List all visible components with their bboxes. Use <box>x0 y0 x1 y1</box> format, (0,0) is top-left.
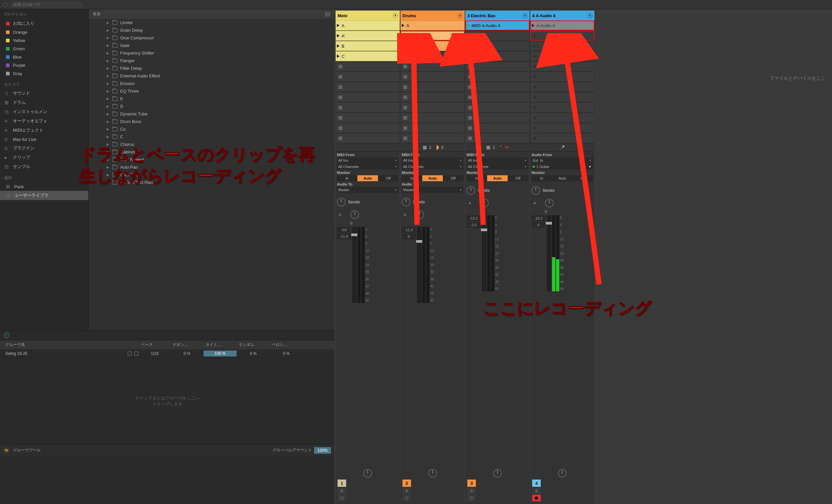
pan-knob[interactable] <box>363 469 372 478</box>
clip-slot[interactable] <box>336 133 400 143</box>
monitor-in[interactable]: In <box>467 175 487 181</box>
clip-slot[interactable] <box>465 123 529 133</box>
info-icon[interactable]: i <box>4 333 9 338</box>
io-channel-select[interactable]: 1 Guitar▼ <box>531 164 593 170</box>
clip-slot[interactable] <box>530 51 594 61</box>
tree-item[interactable]: ▶Erosion <box>89 80 334 87</box>
io-output-select[interactable]: Master▼ <box>402 187 463 193</box>
clip-slot[interactable] <box>465 113 529 123</box>
global-amount-value[interactable]: 100% <box>314 447 331 454</box>
clip-slot[interactable] <box>336 82 400 92</box>
groove-drop-area[interactable]: クリップまたはグルーヴをここへ ドロップします <box>0 358 334 444</box>
track-activator[interactable]: 2 <box>402 479 411 487</box>
category-item[interactable]: ⊡サンプル <box>0 162 88 171</box>
clip-slot[interactable] <box>465 31 529 41</box>
io-channel-select[interactable]: All Channels▼ <box>337 164 398 170</box>
track-activator[interactable]: 4 <box>532 479 541 487</box>
monitor-in[interactable]: In <box>531 175 552 181</box>
clip-slot[interactable] <box>336 92 400 102</box>
clip-slot[interactable] <box>530 123 594 133</box>
clip-slot[interactable] <box>530 61 594 72</box>
clip-slot[interactable] <box>465 41 529 51</box>
collection-item[interactable]: Green <box>0 45 88 53</box>
peak-level[interactable]: -11.3 <box>402 227 416 233</box>
play-icon[interactable] <box>337 24 340 27</box>
io-input-select[interactable]: Ext. In▼ <box>531 158 593 163</box>
play-icon[interactable] <box>337 55 340 58</box>
clip-slot[interactable] <box>400 103 465 112</box>
clip-slot[interactable] <box>400 82 465 92</box>
tree-item[interactable]: ▶Co <box>89 125 334 133</box>
volume-fader[interactable] <box>547 215 551 291</box>
pan-knob[interactable] <box>558 469 567 478</box>
pan-knob[interactable] <box>428 469 437 478</box>
solo-button[interactable]: S <box>338 487 346 494</box>
clip-slot[interactable] <box>465 82 529 92</box>
tree-item[interactable]: ▶Drum Buss <box>89 118 334 125</box>
send-b-knob[interactable] <box>415 210 424 219</box>
tree-item[interactable]: ▶Limiter <box>89 19 334 26</box>
tree-item[interactable]: ▶External Audio Effect <box>89 72 334 80</box>
lock-icon[interactable] <box>128 352 132 356</box>
monitor-off[interactable]: Off <box>378 175 398 181</box>
clip[interactable]: A <box>400 31 465 41</box>
category-item[interactable]: ⊞ドラム <box>0 98 88 107</box>
tree-item[interactable]: ▶Frequency Shifter <box>89 49 334 57</box>
tree-item[interactable]: ▶Beat Repeat <box>89 156 334 163</box>
clip[interactable]: A' <box>336 31 400 41</box>
volume-value[interactable]: -11.9 <box>337 233 351 240</box>
clip-slot[interactable] <box>530 82 594 92</box>
clip-slot[interactable] <box>400 61 465 72</box>
clip-slot[interactable] <box>400 113 465 123</box>
clip[interactable]: B <box>336 41 400 51</box>
tree-item[interactable]: ▶EQ Three <box>89 87 334 95</box>
tree-header-dropdown[interactable] <box>325 12 330 17</box>
place-item[interactable]: ◻ユーザーライブラ <box>0 191 88 200</box>
tree-item[interactable]: ▶Auto Filter <box>89 171 334 178</box>
clip[interactable]: B <box>400 41 465 51</box>
collection-item[interactable]: お気に入り <box>0 19 88 28</box>
monitor-auto[interactable]: Auto <box>487 175 508 181</box>
solo-button[interactable]: S <box>402 487 411 494</box>
volume-value[interactable]: -2.5 <box>467 222 480 228</box>
tree-item[interactable]: ▶C <box>89 133 334 141</box>
play-icon[interactable] <box>402 24 405 27</box>
volume-fader[interactable] <box>482 215 487 291</box>
clip[interactable]: 4-Audio 4 <box>530 21 594 30</box>
tree-item[interactable]: ▶Filter Delay <box>89 64 334 72</box>
category-item[interactable]: ≡オーディオエフェ <box>0 116 88 126</box>
record-arm[interactable] <box>338 495 346 501</box>
tree-item[interactable]: ▶Cabinet <box>89 148 334 156</box>
clip-slot[interactable] <box>336 61 400 72</box>
clip-slot[interactable] <box>465 92 529 102</box>
clip-slot[interactable] <box>530 133 594 143</box>
send-knob[interactable] <box>467 186 475 195</box>
io-input-select[interactable]: All Ins▼ <box>337 158 398 163</box>
track-activator[interactable]: 3 <box>467 479 476 487</box>
tree-item[interactable]: ▶Grain Delay <box>89 26 334 34</box>
clip-slot[interactable] <box>465 61 529 72</box>
monitor-off[interactable]: Off <box>573 175 593 181</box>
tree-item[interactable]: ▶Chorus <box>89 141 334 148</box>
collection-item[interactable]: Gray <box>0 69 88 78</box>
chevron-down-icon[interactable]: ▼ <box>588 13 592 18</box>
io-input-select[interactable]: All Ins▼ <box>467 158 528 163</box>
volume-fader[interactable] <box>352 227 357 303</box>
tree-item[interactable]: ▶Gate <box>89 42 334 49</box>
tree-item[interactable]: ▶Dynamic Tube <box>89 110 334 118</box>
chevron-down-icon[interactable]: ▼ <box>393 13 398 18</box>
clip-slot[interactable] <box>336 72 400 82</box>
io-channel-select[interactable]: All Channels▼ <box>402 164 463 170</box>
monitor-auto[interactable]: Auto <box>358 175 378 181</box>
tree-item[interactable]: ▶Flanger <box>89 57 334 64</box>
clip-slot[interactable] <box>465 103 529 112</box>
clip-slot[interactable] <box>530 72 594 82</box>
groove-pool-icon[interactable]: ≈ <box>3 446 9 454</box>
play-icon[interactable] <box>532 24 535 27</box>
tree-item[interactable]: ▶Audio Effect Rack <box>89 178 334 186</box>
clip-slot[interactable] <box>400 92 465 102</box>
peak-level[interactable]: -Inf <box>337 227 351 233</box>
tree-item[interactable]: ▶Glue Compressor <box>89 34 334 42</box>
send-b-knob[interactable] <box>480 199 489 207</box>
send-b-knob[interactable] <box>350 210 359 219</box>
